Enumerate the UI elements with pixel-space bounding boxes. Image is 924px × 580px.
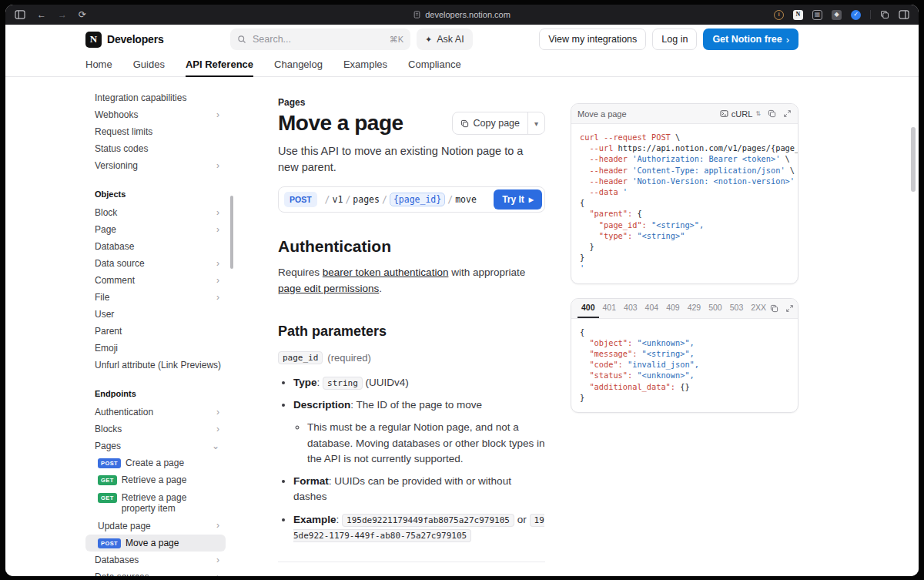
- code-line: "parent": {: [580, 208, 789, 219]
- chevron-right-icon: ›: [212, 110, 219, 119]
- sidebar-item[interactable]: Request limits: [85, 123, 226, 140]
- sidebar-item[interactable]: Comment›: [85, 272, 226, 289]
- response-tab-500[interactable]: 500: [705, 298, 726, 318]
- reload-icon[interactable]: ⟳: [79, 10, 86, 19]
- sidebar-endpoints-list: Authentication›Blocks›Pages⌄POSTCreate a…: [85, 404, 226, 576]
- tab-changelog[interactable]: Changelog: [274, 54, 323, 77]
- authentication-text: Requires bearer token authentication wit…: [278, 265, 545, 297]
- copy-page-dropdown[interactable]: ▾: [527, 112, 544, 134]
- forward-icon[interactable]: →: [58, 10, 67, 19]
- bearer-token-link[interactable]: bearer token authentication: [323, 267, 449, 278]
- notion-app-icon[interactable]: N: [793, 10, 803, 20]
- chevron-right-icon: ›: [786, 34, 789, 45]
- tab-compliance[interactable]: Compliance: [408, 54, 461, 77]
- sidebar-item[interactable]: POSTCreate a page: [85, 454, 226, 471]
- copy-icon: [460, 119, 469, 128]
- try-it-button[interactable]: Try It ▶: [494, 189, 542, 210]
- path-separator: /: [345, 194, 350, 205]
- info-badge-icon[interactable]: i: [774, 10, 784, 20]
- sidebar-toggle-icon[interactable]: [15, 10, 25, 19]
- search-icon: [237, 35, 246, 44]
- chevron-right-icon: ›: [212, 161, 219, 170]
- sidebar-item-label: Authentication: [95, 407, 153, 417]
- sidebar-item[interactable]: Webhooks›: [85, 106, 226, 123]
- response-tab-400[interactable]: 400: [578, 298, 599, 318]
- tab-panel-icon[interactable]: [899, 10, 909, 19]
- code-line: }: [580, 241, 789, 252]
- code-line: --data ': [580, 186, 789, 197]
- sidebar-item[interactable]: Data source›: [85, 255, 226, 272]
- copy-code-icon[interactable]: [768, 109, 776, 118]
- sidebar-item[interactable]: Databases›: [85, 552, 226, 568]
- sidebar-top-list: Integration capabilitiesWebhooks›Request…: [85, 89, 226, 174]
- sidebar-item[interactable]: Unfurl attribute (Link Previews): [85, 357, 226, 374]
- response-tab-429[interactable]: 429: [684, 298, 705, 318]
- sidebar-item[interactable]: GETRetrieve a page property item: [85, 489, 226, 518]
- sidebar: Integration capabilitiesWebhooks›Request…: [85, 77, 226, 576]
- code-line: "object": "<unknown>",: [580, 337, 789, 348]
- sidebar-item[interactable]: Block›: [85, 204, 226, 221]
- sidebar-item[interactable]: Blocks›: [85, 421, 226, 438]
- new-tab-icon[interactable]: [880, 10, 889, 19]
- response-tab-2XX[interactable]: 2XX: [747, 298, 770, 318]
- response-tab-403[interactable]: 403: [620, 298, 641, 318]
- back-icon[interactable]: ←: [37, 10, 46, 19]
- response-tab-401[interactable]: 401: [599, 298, 621, 318]
- app-icon[interactable]: ◆: [832, 10, 842, 20]
- extension-icon[interactable]: ▦: [812, 10, 822, 20]
- get-notion-button[interactable]: Get Notion free ›: [703, 28, 798, 50]
- tab-guides[interactable]: Guides: [133, 54, 165, 77]
- response-tab-409[interactable]: 409: [662, 298, 684, 318]
- expand-code-icon[interactable]: [783, 109, 792, 118]
- expand-response-icon[interactable]: [785, 304, 794, 313]
- code-line: }: [580, 252, 789, 263]
- login-button[interactable]: Log in: [652, 28, 697, 50]
- notion-developers-logo[interactable]: N Developers: [85, 32, 163, 48]
- sidebar-item[interactable]: Parent: [85, 323, 226, 340]
- tab-api-reference[interactable]: API Reference: [186, 54, 253, 77]
- sidebar-item[interactable]: User: [85, 306, 226, 323]
- response-tab-503[interactable]: 503: [726, 298, 748, 318]
- code-sample-title: Move a page: [578, 109, 627, 119]
- language-label: cURL: [732, 109, 753, 119]
- sidebar-item[interactable]: Database: [85, 238, 226, 255]
- chevron-down-icon: ⌄: [207, 441, 219, 451]
- code-line: --url https://api.notion.com/v1/pages/{p…: [580, 142, 789, 153]
- url-bar[interactable]: developers.notion.com: [413, 10, 511, 19]
- language-selector[interactable]: cURL ⇅: [720, 109, 761, 119]
- tab-examples[interactable]: Examples: [343, 54, 387, 77]
- search-box[interactable]: ⌘K: [230, 28, 410, 50]
- sidebar-item-label: File: [95, 292, 109, 303]
- sidebar-item-label: Data sources: [95, 572, 149, 576]
- tab-home[interactable]: Home: [85, 54, 112, 77]
- sidebar-item[interactable]: File›: [85, 289, 226, 306]
- copy-response-icon[interactable]: [770, 304, 778, 313]
- view-integrations-button[interactable]: View my integrations: [539, 28, 646, 50]
- ask-ai-button[interactable]: ✦ Ask AI: [417, 28, 473, 50]
- page-scrollbar[interactable]: [911, 127, 916, 192]
- notion-logo-icon: N: [85, 32, 102, 48]
- sidebar-item[interactable]: Pages⌄: [85, 438, 226, 454]
- sidebar-item[interactable]: Data sources›: [85, 568, 226, 576]
- page-edit-permissions-link[interactable]: page edit permissions: [278, 283, 379, 294]
- search-input[interactable]: [251, 33, 385, 45]
- verified-check-icon[interactable]: ✓: [851, 10, 861, 20]
- sidebar-item[interactable]: Versioning›: [85, 157, 226, 174]
- copy-page-button[interactable]: Copy page ▾: [452, 112, 545, 135]
- path-segment: pages: [353, 194, 380, 205]
- sidebar-item[interactable]: Status codes: [85, 140, 226, 157]
- path-parameters-heading: Path parameters: [278, 324, 545, 340]
- sidebar-item-label: Status codes: [95, 143, 148, 154]
- sidebar-scrollbar[interactable]: [230, 196, 233, 269]
- response-tab-404[interactable]: 404: [641, 298, 663, 318]
- sidebar-objects-list: Block›Page›DatabaseData source›Comment›F…: [85, 204, 226, 374]
- sidebar-item[interactable]: Authentication›: [85, 404, 226, 421]
- sidebar-item[interactable]: GETRetrieve a page: [85, 471, 226, 488]
- sidebar-item[interactable]: POSTMove a page: [85, 535, 226, 552]
- sidebar-item[interactable]: Emoji: [85, 340, 226, 357]
- curl-code: curl --request POST \ --url https://api.…: [571, 124, 798, 283]
- sidebar-item-label: Parent: [95, 326, 122, 337]
- sidebar-item[interactable]: Page›: [85, 221, 226, 238]
- sidebar-item[interactable]: Integration capabilities: [85, 89, 226, 106]
- sidebar-item[interactable]: Update page›: [85, 518, 226, 535]
